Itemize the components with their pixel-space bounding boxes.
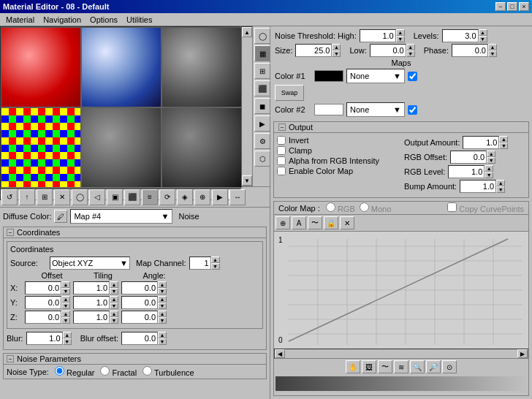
tiling-y-down[interactable]: ▼	[110, 303, 118, 309]
menu-material[interactable]: Material	[1, 15, 39, 25]
tool-cylinder-btn[interactable]: ⬛	[254, 80, 270, 96]
offset-y-down[interactable]: ▼	[61, 303, 70, 309]
cm-text-btn[interactable]: A	[292, 216, 306, 229]
minimize-button[interactable]: −	[495, 2, 506, 11]
angle-y-up[interactable]: ▲	[158, 296, 167, 303]
tb-btn-10[interactable]: ⟳	[159, 189, 175, 205]
low-down[interactable]: ▼	[406, 50, 415, 57]
tb-btn-14[interactable]: ↔	[229, 189, 246, 205]
scroll-up-btn[interactable]: ▲	[242, 27, 252, 37]
offset-y-up[interactable]: ▲	[61, 296, 70, 303]
radio-fractal-input[interactable]	[100, 366, 110, 376]
preview-cell-4[interactable]	[1, 107, 81, 188]
tool-cube-btn[interactable]: ◼	[254, 98, 270, 114]
color1-swatch[interactable]	[314, 70, 343, 82]
menu-navigation[interactable]: Navigation	[39, 15, 86, 25]
tiling-x-down[interactable]: ▼	[110, 288, 118, 294]
bump-amount-down[interactable]: ▼	[496, 186, 505, 193]
phase-up[interactable]: ▲	[488, 44, 497, 50]
tb-btn-2[interactable]: ↑	[19, 189, 35, 205]
close-button[interactable]: ×	[519, 2, 529, 11]
tb-btn-7[interactable]: ▣	[107, 189, 123, 205]
rgb-offset-input[interactable]	[450, 151, 487, 164]
phase-input[interactable]	[452, 44, 488, 57]
offset-z-up[interactable]: ▲	[61, 311, 70, 317]
scroll-down-btn[interactable]: ▼	[242, 175, 252, 186]
tiling-z-down[interactable]: ▼	[110, 317, 118, 324]
tb-btn-8[interactable]: ⬛	[124, 189, 140, 205]
tb-btn-9[interactable]: ≡	[142, 189, 158, 205]
output-collapse-btn[interactable]: −	[278, 123, 286, 131]
angle-z-up[interactable]: ▲	[158, 311, 167, 317]
radio-regular[interactable]: Regular	[55, 366, 95, 377]
map-channel-up[interactable]: ▲	[211, 256, 220, 263]
cm-noise-btn[interactable]: ≋	[394, 360, 408, 373]
clamp-checkbox[interactable]	[277, 146, 286, 155]
offset-x-input[interactable]	[25, 281, 61, 294]
color2-swatch[interactable]	[314, 104, 343, 115]
angle-x-down[interactable]: ▼	[158, 288, 167, 294]
tb-btn-13[interactable]: ▶	[212, 189, 228, 205]
cm-curve-btn[interactable]: 〜	[308, 216, 322, 229]
tiling-z-input[interactable]	[73, 311, 110, 324]
tiling-z-up[interactable]: ▲	[110, 311, 118, 317]
size-down[interactable]: ▼	[332, 50, 341, 57]
offset-x-up[interactable]: ▲	[61, 281, 70, 288]
tool-extra-btn[interactable]: ⬡	[254, 151, 270, 167]
preview-cell-2[interactable]	[81, 27, 162, 107]
cm-zoom-out-btn[interactable]: 🔍	[410, 360, 425, 373]
map-channel-down[interactable]: ▼	[211, 263, 220, 270]
rgb-radio-label[interactable]: RGB	[326, 202, 355, 213]
blur-offset-input[interactable]	[121, 332, 158, 345]
output-amount-input[interactable]	[463, 136, 499, 149]
offset-y-input[interactable]	[25, 296, 61, 309]
rgb-radio[interactable]	[326, 202, 335, 212]
blur-up[interactable]: ▲	[63, 332, 72, 338]
radio-regular-input[interactable]	[55, 366, 64, 376]
mono-radio[interactable]	[360, 202, 369, 212]
alpha-checkbox[interactable]	[277, 156, 286, 165]
rgb-offset-down[interactable]: ▼	[487, 157, 495, 164]
tiling-y-up[interactable]: ▲	[110, 296, 118, 303]
bump-amount-input[interactable]	[460, 180, 496, 193]
levels-up[interactable]: ▲	[479, 29, 487, 36]
preview-v-scrollbar[interactable]: ▲ ▼	[241, 26, 253, 186]
tb-btn-3[interactable]: ⊞	[37, 189, 53, 205]
tool-pattern-btn[interactable]: ⊞	[254, 63, 270, 79]
tiling-y-input[interactable]	[73, 296, 110, 309]
copy-curve-checkbox[interactable]	[447, 202, 457, 212]
source-dropdown[interactable]: Object XYZ ▼	[50, 256, 130, 270]
radio-turbulence[interactable]: Turbulence	[142, 366, 194, 377]
color1-map-dropdown[interactable]: None ▼	[346, 69, 405, 83]
tb-btn-6[interactable]: ◁	[89, 189, 105, 205]
pipette-btn[interactable]: 🖊	[54, 210, 67, 223]
preview-cell-3[interactable]	[162, 27, 242, 107]
tiling-x-input[interactable]	[73, 281, 110, 294]
noise-high-up[interactable]: ▲	[396, 29, 405, 36]
tool-video-btn[interactable]: ▶	[254, 115, 270, 132]
rgb-offset-up[interactable]: ▲	[487, 151, 495, 157]
angle-x-input[interactable]	[121, 281, 158, 294]
menu-options[interactable]: Options	[86, 15, 122, 25]
colormap-scrollbar[interactable]: ◀ ▶	[274, 349, 528, 359]
noise-high-input[interactable]	[360, 29, 396, 42]
invert-checkbox[interactable]	[277, 136, 286, 145]
maximize-button[interactable]: □	[507, 2, 517, 11]
blur-input[interactable]	[26, 332, 63, 345]
offset-z-input[interactable]	[25, 311, 61, 324]
cm-img-btn[interactable]: 🖼	[362, 360, 376, 373]
cm-scroll-left[interactable]: ◀	[275, 349, 285, 358]
rgb-level-up[interactable]: ▲	[484, 165, 493, 172]
output-amount-down[interactable]: ▼	[499, 142, 508, 149]
angle-z-input[interactable]	[121, 311, 158, 324]
enable-color-map-checkbox[interactable]	[277, 167, 286, 175]
cm-wave-btn[interactable]: 〜	[378, 360, 392, 373]
angle-y-down[interactable]: ▼	[158, 303, 167, 309]
cm-scroll-right[interactable]: ▶	[517, 349, 528, 358]
tiling-x-up[interactable]: ▲	[110, 281, 118, 288]
radio-fractal[interactable]: Fractal	[100, 366, 137, 377]
v-scroll-track[interactable]	[242, 37, 252, 175]
phase-down[interactable]: ▼	[488, 50, 497, 57]
swap-button[interactable]: Swap	[275, 85, 304, 101]
mono-radio-label[interactable]: Mono	[360, 202, 392, 213]
